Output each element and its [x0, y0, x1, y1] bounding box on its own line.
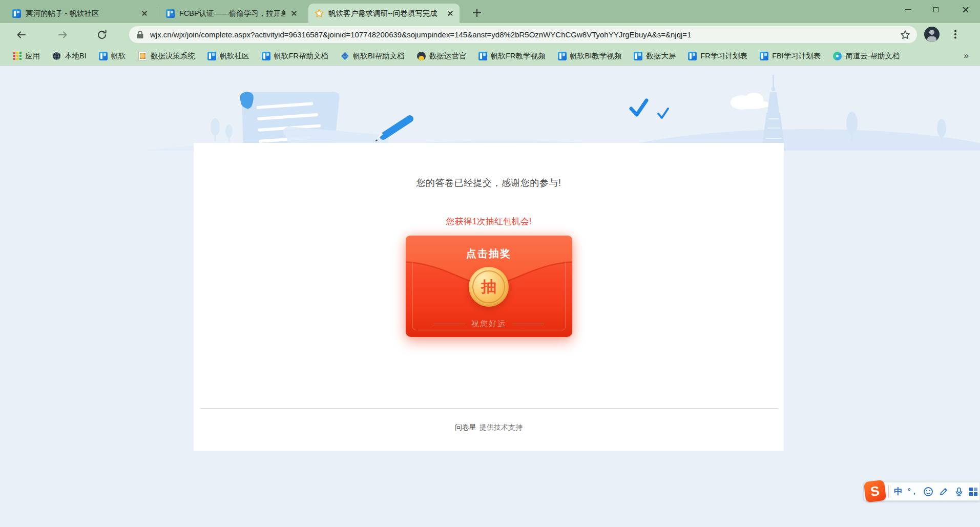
forward-arrow-icon — [57, 29, 69, 41]
tab-1[interactable]: 冥河的帖子 - 帆软社区 — [6, 4, 154, 23]
emoji-icon[interactable] — [923, 487, 933, 497]
bookmark-item[interactable]: 帆软BI教学视频 — [558, 51, 622, 61]
nav-toolbar: wjx.cn/wjx/join/complete.aspx?activityid… — [0, 23, 980, 46]
bookmark-item[interactable]: 数据决策系统 — [138, 51, 195, 61]
bookmark-label: 简道云-帮助文档 — [845, 51, 900, 61]
lock-icon — [136, 30, 144, 39]
url-text[interactable]: wjx.cn/wjx/join/complete.aspx?activityid… — [150, 30, 900, 39]
browser-menu-button[interactable] — [951, 30, 960, 39]
bookmark-label: 应用 — [25, 51, 40, 61]
ime-toolbox-grid-icon[interactable] — [969, 488, 977, 496]
reload-button[interactable] — [94, 27, 110, 43]
omnibox[interactable]: wjx.cn/wjx/join/complete.aspx?activityid… — [129, 26, 917, 43]
wish-line-right — [512, 324, 544, 324]
bookmark-label: 数据运营官 — [429, 51, 467, 61]
jiandaoyun-logo-icon — [833, 52, 842, 60]
footer-divider — [200, 408, 778, 409]
red-envelope-button[interactable]: 点击抽奖 抽 祝您好运 — [406, 236, 572, 337]
bookmark-item[interactable]: 本地BI — [52, 51, 87, 61]
fanruan-logo-icon — [262, 52, 270, 60]
tab-bar: 冥河的帖子 - 帆软社区 FCBP认证——偷偷学习，拉开差 帆软客户需求调研--… — [0, 0, 980, 23]
window-minimize-button[interactable] — [895, 0, 921, 19]
tower-icon — [762, 75, 785, 151]
bookmark-star-icon[interactable] — [900, 29, 911, 40]
bookmark-label: 帆软FR教学视频 — [491, 51, 545, 61]
forward-button[interactable] — [55, 27, 71, 43]
ime-toolbar: S 中 °， — [864, 482, 980, 501]
bookmark-item[interactable]: 帆软FR教学视频 — [478, 51, 545, 61]
bookmark-label: 数据决策系统 — [151, 51, 195, 61]
globe-icon — [52, 52, 61, 60]
bookmark-label: 数据大屏 — [646, 51, 676, 61]
reload-icon — [96, 29, 108, 41]
wish-row: 祝您好运 — [406, 319, 572, 329]
bird-icon — [631, 100, 668, 118]
tab-title: 帆软客户需求调研--问卷填写完成 — [328, 9, 442, 18]
ime-separator — [888, 485, 889, 498]
bookmark-item[interactable]: 数据大屏 — [634, 51, 676, 61]
profile-avatar[interactable] — [924, 27, 940, 42]
blue-gem-icon — [341, 52, 349, 60]
page-background: 您的答卷已经提交，感谢您的参与! 您获得1次抽红包机会! 点击抽奖 抽 祝您好运 — [0, 66, 980, 527]
tab-3-active[interactable]: 帆软客户需求调研--问卷填写完成 — [308, 4, 460, 23]
wish-line-left — [433, 324, 465, 324]
handwriting-pencil-icon[interactable] — [939, 487, 949, 497]
voice-mic-icon[interactable] — [954, 487, 964, 497]
window-close-button[interactable] — [951, 0, 980, 19]
bookmark-label: 本地BI — [65, 51, 87, 61]
ime-punct-toggle[interactable]: °， — [908, 487, 918, 496]
bookmark-item[interactable]: 简道云-帮助文档 — [833, 51, 900, 61]
back-button[interactable] — [13, 27, 29, 43]
footer-brand-link[interactable]: 问卷星 — [455, 423, 476, 431]
prize-message: 您获得1次抽红包机会! — [194, 216, 784, 227]
bookmarks-bar: 应用 本地BI 帆软 数据决策系统 帆软社区 帆软FR帮助文档 — [0, 46, 980, 66]
fanruan-logo-icon — [760, 52, 768, 60]
tab-close-icon[interactable] — [290, 9, 298, 17]
bookmark-label: 帆软FR帮助文档 — [274, 51, 328, 61]
bookmark-item[interactable]: 数据运营官 — [417, 51, 467, 61]
fanruan-logo-icon — [634, 52, 642, 60]
bookmark-item[interactable]: FBI学习计划表 — [760, 51, 821, 61]
envelope-cta-label: 点击抽奖 — [406, 247, 572, 261]
ime-mode-toggle[interactable]: 中 — [894, 486, 903, 497]
bookmark-label: 帆软社区 — [220, 51, 249, 61]
bookmark-label: 帆软 — [111, 51, 126, 61]
star-favicon-icon — [315, 9, 324, 18]
tab-close-icon[interactable] — [446, 9, 454, 17]
bookmark-label: FR学习计划表 — [700, 51, 747, 61]
fanruan-favicon-icon — [166, 9, 175, 18]
tab-close-icon[interactable] — [140, 9, 149, 17]
tab-title: 冥河的帖子 - 帆软社区 — [26, 9, 136, 18]
bookmark-label: 帆软BI帮助文档 — [353, 51, 405, 61]
bookmark-item[interactable]: FR学习计划表 — [688, 51, 747, 61]
new-tab-button[interactable] — [470, 6, 484, 19]
browser-window: 冥河的帖子 - 帆软社区 FCBP认证——偷偷学习，拉开差 帆软客户需求调研--… — [0, 0, 980, 527]
bookmark-item[interactable]: 帆软BI帮助文档 — [341, 51, 405, 61]
wish-label: 祝您好运 — [471, 319, 506, 329]
penguin-icon — [417, 52, 426, 60]
window-maximize-button[interactable] — [923, 0, 949, 19]
lottery-coin-button[interactable]: 抽 — [469, 267, 509, 307]
tab-separator — [157, 8, 157, 16]
fanruan-logo-icon — [207, 52, 216, 60]
submit-message: 您的答卷已经提交，感谢您的参与! — [194, 177, 784, 189]
fanruan-logo-icon — [558, 52, 567, 60]
fanruan-logo-icon — [688, 52, 697, 60]
back-arrow-icon — [15, 29, 27, 41]
sogou-logo-icon[interactable]: S — [864, 480, 887, 503]
bookmark-item[interactable]: 帆软社区 — [207, 51, 249, 61]
tab-2[interactable]: FCBP认证——偷偷学习，拉开差 — [160, 4, 303, 23]
tab-title: FCBP认证——偷偷学习，拉开差 — [179, 9, 285, 18]
header-illustration — [0, 66, 980, 151]
apps-grid-icon — [13, 52, 22, 60]
bookmark-apps[interactable]: 应用 — [13, 51, 40, 61]
footer: 问卷星提供技术支持 — [194, 423, 784, 432]
bookmarks-overflow-chevron[interactable]: » — [964, 46, 969, 66]
footer-support-text: 提供技术支持 — [479, 423, 523, 431]
bookmark-item[interactable]: 帆软FR帮助文档 — [262, 51, 328, 61]
bookmark-item[interactable]: 帆软 — [99, 51, 126, 61]
cloud-icon — [731, 93, 770, 110]
fanruan-favicon-icon — [12, 9, 21, 18]
bookmark-label: 帆软BI教学视频 — [570, 51, 622, 61]
tiger-image-icon — [138, 52, 147, 60]
